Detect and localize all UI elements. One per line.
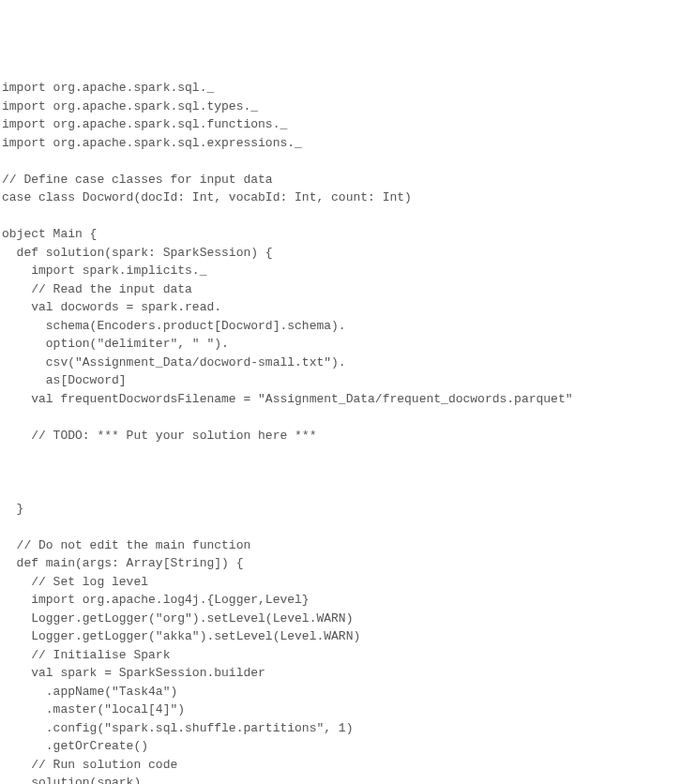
- code-line: as[Docword]: [2, 371, 694, 390]
- code-line: val frequentDocwordsFilename = "Assignme…: [2, 390, 694, 409]
- code-line: import org.apache.spark.sql._: [2, 79, 694, 98]
- code-line: import org.apache.spark.sql.expressions.…: [2, 134, 694, 153]
- code-line: def main(args: Array[String]) {: [2, 554, 694, 573]
- code-line: Logger.getLogger("org").setLevel(Level.W…: [2, 610, 694, 628]
- code-line: // Run solution code: [2, 756, 694, 775]
- code-line: // Set log level: [2, 573, 694, 592]
- code-line: [2, 207, 694, 226]
- code-line: .master("local[4]"): [2, 701, 694, 719]
- code-line: .appName("Task4a"): [2, 683, 694, 701]
- code-line: [2, 463, 694, 482]
- code-line: [2, 408, 694, 427]
- code-line: val spark = SparkSession.builder: [2, 664, 694, 683]
- code-line: import spark.implicits._: [2, 262, 694, 280]
- code-line: schema(Encoders.product[Docword].schema)…: [2, 317, 694, 336]
- code-line: val docwords = spark.read.: [2, 298, 694, 317]
- code-line: def solution(spark: SparkSession) {: [2, 244, 694, 263]
- code-line: // Define case classes for input data: [2, 171, 694, 189]
- code-line: [2, 152, 694, 171]
- code-line: Logger.getLogger("akka").setLevel(Level.…: [2, 627, 694, 646]
- code-line: .getOrCreate(): [2, 737, 694, 756]
- code-line: // Read the input data: [2, 280, 694, 299]
- code-line: [2, 481, 694, 500]
- code-line: [2, 445, 694, 463]
- code-line: import org.apache.spark.sql.functions._: [2, 115, 694, 134]
- code-line: csv("Assignment_Data/docword-small.txt")…: [2, 354, 694, 372]
- code-block: import org.apache.spark.sql._import org.…: [2, 79, 694, 784]
- code-line: import org.apache.spark.sql.types._: [2, 98, 694, 116]
- code-line: // TODO: *** Put your solution here ***: [2, 427, 694, 445]
- code-line: }: [2, 500, 694, 519]
- code-line: [2, 518, 694, 536]
- code-line: .config("spark.sql.shuffle.partitions", …: [2, 719, 694, 738]
- code-line: // Initialise Spark: [2, 646, 694, 665]
- code-line: // Do not edit the main function: [2, 536, 694, 555]
- code-line: object Main {: [2, 225, 694, 244]
- code-line: option("delimiter", " ").: [2, 335, 694, 354]
- code-line: case class Docword(docId: Int, vocabId: …: [2, 188, 694, 207]
- code-line: solution(spark): [2, 774, 694, 784]
- code-line: import org.apache.log4j.{Logger,Level}: [2, 591, 694, 610]
